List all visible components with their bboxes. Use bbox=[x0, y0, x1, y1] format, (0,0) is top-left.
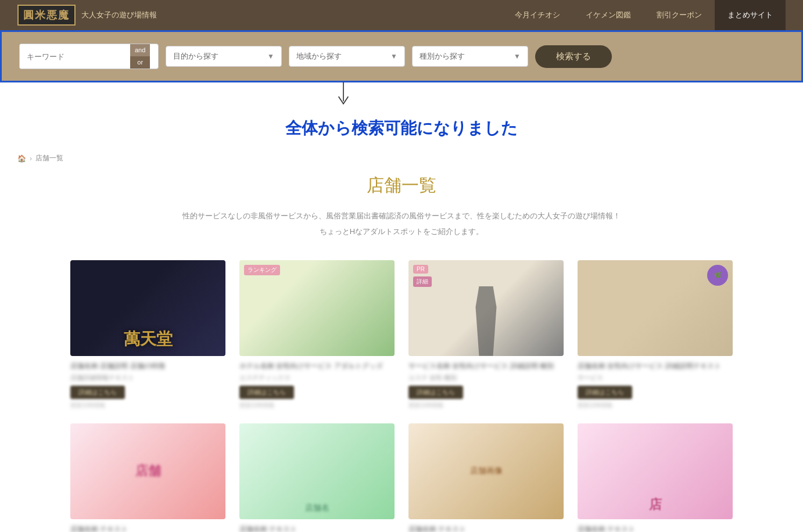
store-grid: 萬天堂 店舗名称 店舗説明 店舗の特徴 店舗詳細情報テキスト 詳細はこちら 更新… bbox=[70, 260, 733, 532]
category-label: 種別から探す bbox=[420, 51, 509, 62]
store-meta: 更新日時情報 bbox=[239, 401, 395, 409]
store-card[interactable]: 🌿 店舗名称 女性向けサービス 詳細説明テキスト サービス 詳細はこちら 更新日… bbox=[578, 260, 733, 409]
main-nav: 今月イチオシ イケメン図鑑 割引クーポン まとめサイト bbox=[502, 0, 786, 30]
store-image-text: 萬天堂 bbox=[70, 328, 225, 350]
store-meta: 更新日時情報 bbox=[578, 401, 733, 409]
store-meta: 更新日時情報 bbox=[70, 401, 225, 409]
store-subtitle: エステティックス bbox=[239, 373, 395, 382]
store-title: 店舗名称 店舗説明 店舗の特徴 bbox=[70, 361, 225, 371]
store-title: 店舗名称 テキスト bbox=[70, 524, 225, 532]
breadcrumb-home[interactable]: 🏠 bbox=[17, 154, 26, 163]
and-or-toggle: and or bbox=[130, 44, 150, 69]
or-button[interactable]: or bbox=[130, 56, 150, 69]
page-title: 店舗一覧 bbox=[70, 174, 733, 197]
store-card[interactable]: 店 店舗名称 テキスト 詳細 詳細はこちら 更新日時情報 bbox=[578, 423, 733, 532]
store-image: 萬天堂 bbox=[70, 260, 225, 356]
store-badge2: 詳細 bbox=[413, 276, 432, 287]
store-title: ホテル名称 女性向けサービス アダルトグッズ bbox=[239, 361, 395, 371]
chevron-down-icon: ▼ bbox=[514, 52, 521, 60]
search-area: and or 目的から探す ▼ 地域から探す ▼ 種別から探す ▼ 検索する bbox=[0, 30, 803, 82]
main-content: 店舗一覧 性的サービスなしの非風俗サービスから、風俗営業届出書確認済の風俗サービ… bbox=[53, 168, 750, 532]
store-title: 店舗名称 テキスト bbox=[239, 524, 395, 532]
annotation-area bbox=[0, 82, 803, 117]
region-label: 地域から探す bbox=[296, 51, 386, 62]
and-button[interactable]: and bbox=[130, 44, 150, 56]
store-image: 店舗名 bbox=[239, 423, 395, 519]
store-detail-button[interactable]: 詳細はこちら bbox=[578, 386, 632, 399]
site-header: 圓米悪魔 大人女子の遊び場情報 今月イチオシ イケメン図鑑 割引クーポン まとめ… bbox=[0, 0, 803, 30]
logo-area: 圓米悪魔 大人女子の遊び場情報 bbox=[17, 5, 502, 26]
search-enabled-notice: 全体から検索可能になりました bbox=[0, 117, 803, 139]
store-image: 🌿 bbox=[578, 260, 733, 356]
breadcrumb-separator: › bbox=[30, 154, 32, 163]
store-subtitle: エステ 女性 種別 bbox=[408, 373, 564, 382]
page-description2: ちょっとHなアダルトスポットをご紹介します。 bbox=[70, 227, 733, 237]
store-badge: ランキング bbox=[244, 265, 280, 275]
store-title: サービス名称 女性向けサービス 詳細説明 種別 bbox=[408, 361, 564, 371]
store-card[interactable]: 店舗 店舗名称 テキスト 詳細 詳細はこちら 更新日時情報 bbox=[70, 423, 225, 532]
store-title: 店舗名称 女性向けサービス 詳細説明テキスト bbox=[578, 361, 733, 371]
nav-featured[interactable]: 今月イチオシ bbox=[502, 0, 573, 30]
store-detail-button[interactable]: 詳細はこちら bbox=[70, 386, 125, 399]
store-card[interactable]: ランキング ホテル名称 女性向けサービス アダルトグッズ エステティックス 詳細… bbox=[239, 260, 395, 409]
purpose-label: 目的から探す bbox=[173, 51, 263, 62]
store-badge: PR bbox=[413, 265, 428, 274]
store-image: ランキング bbox=[239, 260, 395, 356]
store-card[interactable]: 店舗名 店舗名称 テキスト 詳細 詳細はこちら 更新日時情報 bbox=[239, 423, 395, 532]
chevron-down-icon: ▼ bbox=[267, 52, 274, 60]
store-card[interactable]: 萬天堂 店舗名称 店舗説明 店舗の特徴 店舗詳細情報テキスト 詳細はこちら 更新… bbox=[70, 260, 225, 409]
search-form: and or 目的から探す ▼ 地域から探す ▼ 種別から探す ▼ 検索する bbox=[19, 44, 784, 69]
store-subtitle: 店舗詳細情報テキスト bbox=[70, 373, 225, 382]
annotation-arrow bbox=[332, 80, 355, 111]
search-button[interactable]: 検索する bbox=[535, 45, 612, 68]
store-badge-circle: 🌿 bbox=[707, 265, 728, 286]
nav-matome[interactable]: まとめサイト bbox=[715, 0, 786, 30]
store-card[interactable]: PR 詳細 サービス名称 女性向けサービス 詳細説明 種別 エステ 女性 種別 … bbox=[408, 260, 564, 409]
breadcrumb: 🏠 › 店舗一覧 bbox=[0, 149, 803, 168]
breadcrumb-current: 店舗一覧 bbox=[35, 153, 63, 163]
store-image: 店舗 bbox=[70, 423, 225, 519]
page-description: 性的サービスなしの非風俗サービスから、風俗営業届出書確認済の風俗サービスまで、性… bbox=[70, 209, 733, 222]
chevron-down-icon: ▼ bbox=[390, 52, 397, 60]
purpose-select[interactable]: 目的から探す ▼ bbox=[166, 46, 282, 67]
site-logo[interactable]: 圓米悪魔 bbox=[17, 5, 76, 26]
store-subtitle: サービス bbox=[578, 373, 733, 382]
store-detail-button[interactable]: 詳細はこちら bbox=[408, 386, 463, 399]
store-image: PR 詳細 bbox=[408, 260, 564, 356]
store-image: 店舗画像 bbox=[408, 423, 564, 519]
store-title: 店舗名称 テキスト bbox=[578, 524, 733, 532]
store-card[interactable]: 店舗画像 店舗名称 テキスト 詳細 詳細はこちら 更新日時情報 bbox=[408, 423, 564, 532]
store-image: 店 bbox=[578, 423, 733, 519]
region-select[interactable]: 地域から探す ▼ bbox=[289, 46, 405, 67]
nav-ikemen[interactable]: イケメン図鑑 bbox=[573, 0, 644, 30]
store-title: 店舗名称 テキスト bbox=[408, 524, 564, 532]
keyword-group: and or bbox=[19, 44, 159, 69]
site-tagline: 大人女子の遊び場情報 bbox=[81, 10, 157, 20]
category-select[interactable]: 種別から探す ▼ bbox=[412, 46, 528, 67]
keyword-input[interactable] bbox=[20, 44, 130, 69]
store-detail-button[interactable]: 詳細はこちら bbox=[239, 386, 294, 399]
nav-coupon[interactable]: 割引クーポン bbox=[644, 0, 715, 30]
store-meta: 更新日時情報 bbox=[408, 401, 564, 409]
search-notice-area: 全体から検索可能になりました bbox=[0, 117, 803, 139]
person-silhouette-icon bbox=[469, 286, 504, 356]
